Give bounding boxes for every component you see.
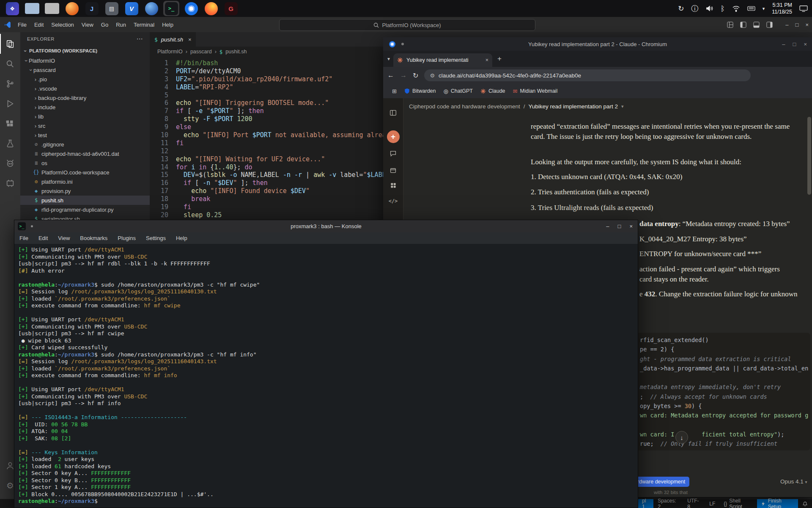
forward-button[interactable]: → [400,72,407,79]
testing-icon[interactable] [0,133,20,153]
orange-icon[interactable] [64,1,80,16]
konsole-menu-settings[interactable]: Settings [146,235,166,241]
browser-icon[interactable] [143,1,159,16]
konsole-menu-help[interactable]: Help [176,235,187,241]
tray-chevron-icon[interactable]: ▾ [763,6,765,11]
encoding-status[interactable]: UTF-8 [683,498,705,508]
vscode-icon[interactable]: V [123,1,140,16]
bookmark-bitwarden[interactable]: Bitwarden [401,88,440,94]
tree-item-.vscode[interactable]: ›.vscode [20,84,150,93]
tree-item-rfid-programmer-duplicator.py[interactable]: ◆rfid-programmer-duplicator.py [20,205,150,214]
new-tab-button[interactable]: + [497,55,502,63]
extensions-icon[interactable] [0,113,20,133]
explorer-icon[interactable] [0,34,20,54]
menu-file[interactable]: File [14,22,30,28]
konsole-minimize-button[interactable]: – [606,223,609,229]
window2-icon[interactable] [44,1,60,16]
platformio-icon[interactable] [0,153,20,173]
tab-search-icon[interactable]: ▾ [387,56,390,62]
sidebar-toggle-icon[interactable] [383,109,403,116]
update-icon[interactable]: ↻ [678,5,684,12]
tab-close-icon[interactable]: × [188,36,192,43]
eol-status[interactable]: LF [705,501,719,507]
chromium-titlebar[interactable]: Yubikey read implementation part 2 - Cla… [383,37,812,51]
bookmark-chatgpt[interactable]: ◎ChatGPT [440,88,477,94]
menu-go[interactable]: Go [97,22,112,28]
reload-button[interactable]: ↻ [413,72,418,80]
remote-explorer-icon[interactable] [0,173,20,193]
terminal-output[interactable]: [+] Using UART port /dev/ttyACM1[+] Comm… [14,244,638,508]
workspace-section-header[interactable]: › PLATFORMIO (WORKSPACE) [20,46,150,56]
page-scrollbar[interactable] [807,98,811,497]
code-icon[interactable]: </> [383,198,403,204]
toggle-sidebar-icon[interactable] [740,22,746,28]
model-selector[interactable]: Opus 4.1 ▾ [780,478,807,485]
notifications-bell-icon[interactable] [798,501,812,507]
workspace-search-box[interactable]: PlatformIO (Workspace) [279,19,535,31]
konsole-close-button[interactable]: × [629,223,633,229]
konsole-menu-file[interactable]: File [19,235,28,241]
browser-tab-claude[interactable]: Yubikey read implementati × [393,53,492,67]
conversation-header[interactable]: Cipherpod code and hardware development … [409,103,624,110]
tree-item-.gitignore[interactable]: ⊘.gitignore [20,140,150,149]
menu-selection[interactable]: Selection [47,22,77,28]
konsole-menu-bookmarks[interactable]: Bookmarks [80,235,107,241]
menu-terminal[interactable]: Terminal [130,22,158,28]
breadcrumb-platformio[interactable]: PlatformIO [157,49,183,55]
project-breadcrumb[interactable]: Cipherpod code and hardware development [409,103,520,110]
tree-item-test[interactable]: ›test [20,130,150,140]
konsole-menu-plugins[interactable]: Plugins [118,235,136,241]
volume-icon[interactable] [706,5,713,12]
bookmark-midian[interactable]: ✉Midian Webmail [509,88,562,94]
source-control-icon[interactable] [0,74,20,94]
minimize-button[interactable]: – [785,22,788,28]
new-chat-button[interactable]: + [383,130,403,143]
menu-help[interactable]: Help [158,22,177,28]
menu-view[interactable]: View [78,22,97,28]
scrollbar-thumb[interactable] [807,117,811,195]
chromium-maximize-button[interactable]: □ [793,41,796,47]
tree-item-lib[interactable]: ›lib [20,112,150,121]
statusbar-chip[interactable]: pl 1 [638,499,653,508]
ghidra-icon[interactable]: G [223,1,239,16]
wifi-icon[interactable] [732,6,740,12]
firefox-icon[interactable] [203,1,219,16]
menu-edit[interactable]: Edit [30,22,47,28]
run-debug-icon[interactable] [0,94,20,113]
konsole-icon[interactable]: >_ [163,1,179,16]
chromium-close-button[interactable]: × [804,41,807,47]
tree-item-.pio[interactable]: ›.pio [20,75,150,84]
close-button[interactable]: × [805,22,809,28]
back-button[interactable]: ← [387,72,394,79]
breadcrumb-passcard[interactable]: passcard [190,49,212,55]
window1-icon[interactable] [24,1,40,16]
display-icon[interactable] [799,5,808,12]
tree-item-include[interactable]: ›include [20,102,150,112]
layout-customize-icon[interactable] [727,22,733,28]
tree-item-cipherpod-hmac-std-a6v001.dat[interactable]: ≣cipherpod-hmac-std-a6v001.dat [20,149,150,158]
chromium-icon[interactable] [183,1,199,16]
projects-icon[interactable] [383,167,403,174]
project-chip[interactable]: ardware development [630,477,689,487]
menu-run[interactable]: Run [112,22,130,28]
artifacts-grid-icon[interactable] [383,182,403,189]
konsole-titlebar[interactable]: proxmark3 : bash — Konsole >_ – □ × [14,220,638,232]
konsole-menu-view[interactable]: View [58,235,70,241]
apps-grid-icon[interactable]: ⊞ [388,88,401,94]
tree-item-platformio[interactable]: ›PlatformIO [20,56,150,65]
tree-item-backup-code-library[interactable]: ›backup-code-library [20,93,150,102]
bluetooth-icon[interactable]: ᛒ [721,5,725,12]
tree-item-src[interactable]: ›src [20,121,150,130]
konsole-menu-edit[interactable]: Edit [38,235,48,241]
tree-item-provision.py[interactable]: ◆provision.py [20,186,150,196]
language-status[interactable]: {} Shell Script [719,498,757,508]
chromium-minimize-button[interactable]: – [782,41,785,47]
site-settings-icon[interactable]: ⚙ [430,72,435,79]
tree-item-platformio.code-workspace[interactable]: {}PlatformIO.code-workspace [20,168,150,177]
keyboard-icon[interactable] [747,6,755,11]
info-icon[interactable]: ⓘ [691,5,699,12]
tree-item-pushit.sh[interactable]: $pushit.sh [20,196,150,205]
breadcrumb-pushit.sh[interactable]: pushit.sh [225,49,247,55]
jdownloader-icon[interactable]: J [84,1,100,16]
tree-item-os[interactable]: ≣os [20,158,150,168]
